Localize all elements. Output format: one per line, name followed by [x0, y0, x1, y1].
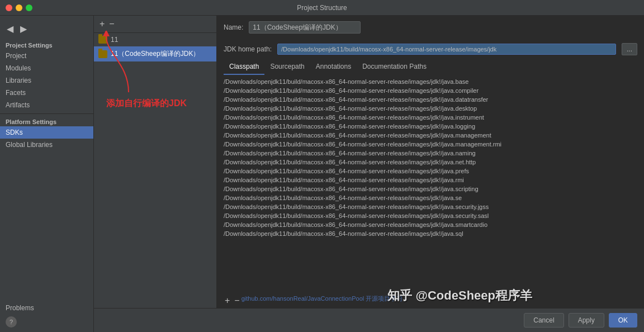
apply-button[interactable]: Apply [569, 313, 604, 328]
sidebar-item-sdks[interactable]: SDKs [0, 126, 93, 139]
sidebar-item-facets[interactable]: Facets [0, 87, 93, 99]
path-label: JDK home path: [224, 45, 272, 53]
nav-arrows: ◀ ▶ [0, 20, 93, 40]
classpath-item: /Downloads/openjdk11/build/macosx-x86_64… [224, 104, 637, 113]
folder-icon [98, 50, 107, 58]
ok-button[interactable]: OK [609, 313, 637, 328]
sidebar-divider [0, 113, 93, 114]
minimize-button[interactable] [16, 4, 22, 11]
sidebar-item-global-libraries[interactable]: Global Libraries [0, 139, 93, 151]
classpath-item: /Downloads/openjdk11/build/macosx-x86_64… [224, 113, 637, 122]
classpath-item: /Downloads/openjdk11/build/macosx-x86_64… [224, 122, 637, 131]
classpath-item: /Downloads/openjdk11/build/macosx-x86_64… [224, 211, 637, 220]
classpath-item: /Downloads/openjdk11/build/macosx-x86_64… [224, 131, 637, 140]
main-container: ◀ ▶ Project Settings Project Modules Lib… [0, 16, 644, 332]
sdk-item-11[interactable]: 11 [94, 33, 216, 46]
maximize-button[interactable] [26, 4, 32, 11]
sdk-item-11-codesheep[interactable]: 11（CodeSheep编译的JDK） [94, 46, 216, 61]
sdk-detail-panel: Name: JDK home path: ... Classpath [217, 16, 644, 308]
forward-button[interactable]: ▶ [18, 22, 29, 35]
tab-annotations[interactable]: Annotations [310, 59, 357, 75]
remove-sdk-button[interactable]: − [108, 19, 115, 29]
sidebar: ◀ ▶ Project Settings Project Modules Lib… [0, 16, 94, 332]
sdk-path-row: JDK home path: ... [217, 40, 644, 59]
name-label: Name: [224, 23, 243, 31]
remove-classpath-button[interactable]: − [233, 296, 240, 306]
sidebar-item-artifacts[interactable]: Artifacts [0, 99, 93, 111]
sidebar-item-libraries[interactable]: Libraries [0, 74, 93, 87]
folder-icon [98, 36, 107, 44]
sdk-tabs: Classpath Sourcepath Annotations Documen… [217, 59, 644, 75]
help-button[interactable]: ? [6, 316, 17, 328]
footer: Cancel Apply OK [94, 308, 644, 332]
sdk-list: 11 11（CodeSheep编译的JDK） [94, 33, 216, 308]
add-classpath-button[interactable]: + [224, 296, 231, 306]
project-settings-label: Project Settings [0, 40, 93, 50]
window-title: Project Structure [297, 4, 347, 12]
classpath-item: /Downloads/openjdk11/build/macosx-x86_64… [224, 95, 637, 104]
classpath-item: /Downloads/openjdk11/build/macosx-x86_64… [224, 193, 637, 202]
back-button[interactable]: ◀ [4, 22, 16, 35]
classpath-item: /Downloads/openjdk11/build/macosx-x86_64… [224, 229, 637, 238]
tab-sourcepath[interactable]: Sourcepath [264, 59, 310, 75]
add-sdk-button[interactable]: + [98, 19, 106, 29]
classpath-item: /Downloads/openjdk11/build/macosx-x86_64… [224, 158, 637, 167]
classpath-item: /Downloads/openjdk11/build/macosx-x86_64… [224, 86, 637, 95]
classpath-item: /Downloads/openjdk11/build/macosx-x86_64… [224, 149, 637, 158]
classpath-item: /Downloads/openjdk11/build/macosx-x86_64… [224, 167, 637, 176]
sidebar-item-project[interactable]: Project [0, 50, 93, 62]
cancel-button[interactable]: Cancel [524, 313, 564, 328]
sdk-layout: + − 11 11（CodeSheep编译的JDK） [94, 16, 644, 308]
sdk-list-toolbar: + − [94, 16, 216, 33]
platform-settings-label: Platform Settings [0, 116, 93, 126]
sdk-list-panel: + − 11 11（CodeSheep编译的JDK） [94, 16, 217, 308]
tab-classpath[interactable]: Classpath [224, 59, 264, 75]
browse-button[interactable]: ... [622, 43, 637, 55]
classpath-list: /Downloads/openjdk11/build/macosx-x86_64… [217, 75, 644, 293]
classpath-item: /Downloads/openjdk11/build/macosx-x86_64… [224, 220, 637, 229]
classpath-item: /Downloads/openjdk11/build/macosx-x86_64… [224, 77, 637, 86]
titlebar: Project Structure [0, 0, 644, 16]
sidebar-item-problems[interactable]: Problems [0, 302, 93, 316]
sdk-name-input[interactable] [249, 21, 361, 34]
window-controls [6, 4, 32, 11]
classpath-toolbar: + − [217, 293, 644, 308]
classpath-item: /Downloads/openjdk11/build/macosx-x86_64… [224, 140, 637, 149]
sdk-path-input[interactable] [277, 44, 616, 55]
sdk-name-row: Name: [217, 16, 644, 40]
classpath-item: /Downloads/openjdk11/build/macosx-x86_64… [224, 202, 637, 211]
close-button[interactable] [6, 4, 12, 11]
tab-documentation[interactable]: Documentation Paths [357, 59, 432, 75]
sidebar-item-modules[interactable]: Modules [0, 62, 93, 74]
classpath-item: /Downloads/openjdk11/build/macosx-x86_64… [224, 184, 637, 193]
content-area: + − 11 11（CodeSheep编译的JDK） [94, 16, 644, 332]
classpath-item: /Downloads/openjdk11/build/macosx-x86_64… [224, 176, 637, 184]
